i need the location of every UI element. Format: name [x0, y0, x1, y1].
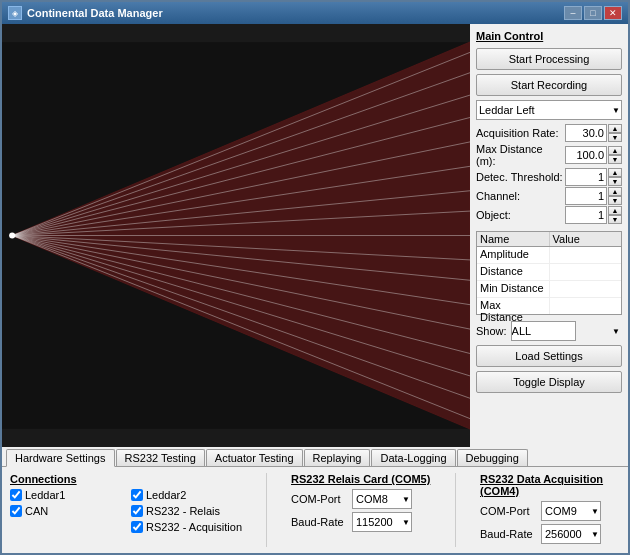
can-label: CAN: [25, 505, 48, 517]
show-row: Show: ALL Amplitude Distance ▼: [476, 321, 622, 341]
panel-title: Main Control: [476, 30, 622, 42]
max-distance-up[interactable]: ▲: [608, 146, 622, 155]
threshold-spinner-btns: ▲ ▼: [608, 168, 622, 186]
title-bar-controls: – □ ✕: [564, 6, 622, 20]
table-cell-min-distance-value: [550, 281, 622, 297]
acquisition-com-port-row: COM-Port COM4 COM5 COM6 COM7 COM8 COM9 ▼: [480, 501, 620, 521]
acquisition-baud-select[interactable]: 9600 19200 38400 57600 115200 256000: [541, 524, 601, 544]
max-distance-spinner: ▲ ▼: [565, 146, 622, 164]
title-bar-left: ◈ Continental Data Manager: [8, 6, 163, 20]
acquisition-com-port-label: COM-Port: [480, 505, 535, 517]
relais-com-port-label: COM-Port: [291, 493, 346, 505]
tab-content-hardware: Connections Leddar1 Leddar2 CAN: [2, 467, 628, 553]
table-header-value: Value: [550, 232, 622, 246]
leddar1-checkbox[interactable]: [10, 489, 22, 501]
minimize-button[interactable]: –: [564, 6, 582, 20]
show-dropdown[interactable]: ALL Amplitude Distance: [511, 321, 576, 341]
table-row-min-distance: Min Distance: [477, 281, 621, 298]
param-row-threshold: Detec. Threshold: ▲ ▼: [476, 168, 622, 186]
tab-content-inner: Connections Leddar1 Leddar2 CAN: [10, 473, 620, 547]
checkbox-leddar2: Leddar2: [131, 489, 242, 501]
radar-panel: [2, 24, 470, 447]
relais-baud-select[interactable]: 9600 19200 38400 57600 115200 256000: [352, 512, 412, 532]
can-checkbox[interactable]: [10, 505, 22, 517]
start-recording-button[interactable]: Start Recording: [476, 74, 622, 96]
maximize-button[interactable]: □: [584, 6, 602, 20]
acquisition-baud-select-wrap: 9600 19200 38400 57600 115200 256000 ▼: [541, 524, 601, 544]
radar-visualization: [2, 24, 470, 447]
leddar2-label: Leddar2: [146, 489, 186, 501]
connections-section: Connections Leddar1 Leddar2 CAN: [10, 473, 242, 547]
object-input[interactable]: [565, 206, 607, 224]
start-processing-button[interactable]: Start Processing: [476, 48, 622, 70]
acquisition-rate-up[interactable]: ▲: [608, 124, 622, 133]
max-distance-input[interactable]: [565, 146, 607, 164]
tab-debugging[interactable]: Debugging: [457, 449, 528, 466]
acquisition-rate-down[interactable]: ▼: [608, 133, 622, 142]
rs232-relais-title: RS232 Relais Card (COM5): [291, 473, 431, 485]
channel-label: Channel:: [476, 190, 565, 202]
acquisition-rate-spinner: ▲ ▼: [565, 124, 622, 142]
tab-replaying[interactable]: Replaying: [304, 449, 371, 466]
load-settings-button[interactable]: Load Settings: [476, 345, 622, 367]
param-row-acquisition: Acquisition Rate: ▲ ▼: [476, 124, 622, 142]
tab-hardware-settings[interactable]: Hardware Settings: [6, 449, 115, 467]
param-row-channel: Channel: ▲ ▼: [476, 187, 622, 205]
max-distance-down[interactable]: ▼: [608, 155, 622, 164]
tab-actuator-testing[interactable]: Actuator Testing: [206, 449, 303, 466]
param-row-max-distance: Max Distance (m): ▲ ▼: [476, 143, 622, 167]
object-label: Object:: [476, 209, 565, 221]
divider-1: [266, 473, 267, 547]
relais-com-port-row: COM-Port COM5 COM6 COM7 COM8 COM9 ▼: [291, 489, 431, 509]
connections-checkboxes: Leddar1 Leddar2 CAN RS232 - Relais: [10, 489, 242, 535]
channel-down[interactable]: ▼: [608, 196, 622, 205]
channel-spinner-btns: ▲ ▼: [608, 187, 622, 205]
checkbox-leddar1: Leddar1: [10, 489, 121, 501]
acquisition-rate-input[interactable]: [565, 124, 607, 142]
relais-baud-select-wrap: 9600 19200 38400 57600 115200 256000 ▼: [352, 512, 412, 532]
tab-rs232-testing[interactable]: RS232 Testing: [116, 449, 205, 466]
relais-com-port-select[interactable]: COM5 COM6 COM7 COM8 COM9: [352, 489, 412, 509]
title-bar: ◈ Continental Data Manager – □ ✕: [2, 2, 628, 24]
rs232-acquisition-checkbox[interactable]: [131, 521, 143, 533]
divider-2: [455, 473, 456, 547]
app-icon: ◈: [8, 6, 22, 20]
relais-com-select-wrap: COM5 COM6 COM7 COM8 COM9 ▼: [352, 489, 412, 509]
rs232-relais-checkbox[interactable]: [131, 505, 143, 517]
table-row-amplitude: Amplitude: [477, 247, 621, 264]
sensor-dropdown[interactable]: Leddar Left Leddar Right CAN All: [476, 100, 622, 120]
threshold-down[interactable]: ▼: [608, 177, 622, 186]
params-section: Acquisition Rate: ▲ ▼ Max Distance (m):: [476, 124, 622, 225]
table-cell-min-distance-name: Min Distance: [477, 281, 550, 297]
main-window: ◈ Continental Data Manager – □ ✕: [0, 0, 630, 555]
table-cell-amplitude-name: Amplitude: [477, 247, 550, 263]
object-spinner: ▲ ▼: [565, 206, 622, 224]
acquisition-com-port-select[interactable]: COM4 COM5 COM6 COM7 COM8 COM9: [541, 501, 601, 521]
table-header-name: Name: [477, 232, 550, 246]
data-table-header: Name Value: [477, 232, 621, 247]
show-dropdown-arrow: ▼: [612, 327, 620, 336]
rs232-relais-section: RS232 Relais Card (COM5) COM-Port COM5 C…: [291, 473, 431, 547]
max-distance-spinner-btns: ▲ ▼: [608, 146, 622, 164]
table-row-max-distance: Max Distance: [477, 298, 621, 314]
object-down[interactable]: ▼: [608, 215, 622, 224]
connections-title: Connections: [10, 473, 242, 485]
tab-data-logging[interactable]: Data-Logging: [371, 449, 455, 466]
show-dropdown-wrap: ALL Amplitude Distance ▼: [511, 321, 622, 341]
threshold-up[interactable]: ▲: [608, 168, 622, 177]
rs232-acquisition-title: RS232 Data Acquisition (COM4): [480, 473, 620, 497]
toggle-display-button[interactable]: Toggle Display: [476, 371, 622, 393]
close-button[interactable]: ✕: [604, 6, 622, 20]
data-table: Name Value Amplitude Distance Min Distan…: [476, 231, 622, 315]
acquisition-rate-label: Acquisition Rate:: [476, 127, 565, 139]
rs232-relais-label: RS232 - Relais: [146, 505, 220, 517]
main-content: Main Control Start Processing Start Reco…: [2, 24, 628, 447]
channel-up[interactable]: ▲: [608, 187, 622, 196]
sensor-dropdown-container: Leddar Left Leddar Right CAN All ▼: [476, 100, 622, 120]
leddar2-checkbox[interactable]: [131, 489, 143, 501]
threshold-spinner: ▲ ▼: [565, 168, 622, 186]
object-up[interactable]: ▲: [608, 206, 622, 215]
channel-input[interactable]: [565, 187, 607, 205]
threshold-input[interactable]: [565, 168, 607, 186]
table-cell-distance-value: [550, 264, 622, 280]
